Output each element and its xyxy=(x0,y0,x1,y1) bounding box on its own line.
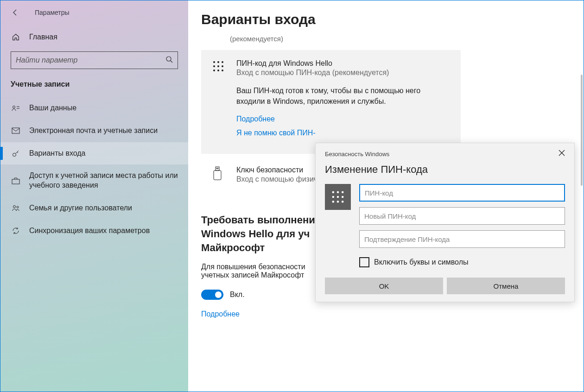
home-icon xyxy=(11,33,21,41)
svg-point-10 xyxy=(213,61,215,63)
svg-point-26 xyxy=(337,191,339,194)
svg-point-14 xyxy=(217,65,219,67)
svg-point-29 xyxy=(337,196,339,198)
svg-rect-19 xyxy=(216,167,219,171)
hello-more-link[interactable]: Подробнее xyxy=(201,310,240,318)
search-box[interactable] xyxy=(11,51,178,69)
keypad-icon xyxy=(211,59,227,75)
svg-point-2 xyxy=(13,106,15,108)
pin-more-link[interactable]: Подробнее xyxy=(236,115,451,123)
sidebar-item-email-accounts[interactable]: Электронная почта и учетные записи xyxy=(0,120,188,142)
svg-point-32 xyxy=(337,201,339,203)
svg-point-18 xyxy=(222,70,223,71)
sidebar-item-label: Доступ к учетной записи места работы или… xyxy=(29,171,178,190)
key-card-title: Ключ безопасности xyxy=(236,166,317,174)
svg-point-12 xyxy=(222,61,223,63)
sync-icon xyxy=(11,227,21,235)
sidebar-section-title: Учетные записи xyxy=(0,76,188,97)
search-input[interactable] xyxy=(16,56,165,64)
pin-card-title: ПИН-код для Windows Hello xyxy=(236,59,451,68)
svg-rect-5 xyxy=(12,128,19,133)
svg-rect-20 xyxy=(214,171,221,180)
pin-card-subtitle: Вход с помощью ПИН-кода (рекомендуется) xyxy=(236,69,451,77)
letters-symbols-label: Включить буквы и символы xyxy=(374,258,469,266)
search-icon xyxy=(165,56,173,65)
person-card-icon xyxy=(11,105,21,111)
svg-point-31 xyxy=(332,201,335,203)
svg-point-11 xyxy=(217,61,219,63)
keypad-icon xyxy=(325,184,351,210)
svg-rect-7 xyxy=(12,179,19,184)
sidebar-item-sync[interactable]: Синхронизация ваших параметров xyxy=(0,220,188,242)
svg-point-28 xyxy=(332,196,335,198)
app-title: Параметры xyxy=(35,9,70,16)
svg-rect-21 xyxy=(216,168,217,169)
svg-point-13 xyxy=(213,65,215,67)
hello-toggle-label: Вкл. xyxy=(230,291,245,299)
sidebar-item-your-info[interactable]: Ваши данные xyxy=(0,97,188,120)
ok-button[interactable]: OK xyxy=(325,278,443,294)
new-pin-input[interactable] xyxy=(359,207,565,225)
svg-rect-22 xyxy=(218,168,219,169)
svg-point-33 xyxy=(342,201,344,203)
current-pin-input[interactable] xyxy=(359,184,565,202)
mail-icon xyxy=(11,127,21,134)
svg-point-6 xyxy=(13,153,16,156)
sidebar-item-label: Синхронизация ваших параметров xyxy=(29,226,150,236)
sidebar-item-label: Семья и другие пользователи xyxy=(29,203,132,213)
svg-point-15 xyxy=(222,65,223,67)
svg-line-1 xyxy=(171,61,172,63)
svg-point-27 xyxy=(342,191,344,194)
sidebar: Параметры Главная Учетные записи Ваши да… xyxy=(0,0,188,392)
letters-symbols-checkbox[interactable] xyxy=(359,257,369,267)
key-card-subtitle: Вход с помощью физич xyxy=(236,175,317,183)
sidebar-item-label: Варианты входа xyxy=(29,149,86,158)
confirm-pin-input[interactable] xyxy=(359,230,565,248)
cancel-button[interactable]: Отмена xyxy=(447,278,565,294)
page-title: Варианты входа xyxy=(201,12,571,27)
sidebar-item-signin-options[interactable]: Варианты входа xyxy=(0,142,188,165)
scrollbar[interactable] xyxy=(581,75,583,186)
sidebar-item-family[interactable]: Семья и другие пользователи xyxy=(0,197,188,220)
pin-forgot-link[interactable]: Я не помню свой ПИН- xyxy=(236,129,451,137)
pin-card-description: Ваш ПИН-код готов к тому, чтобы вы с пом… xyxy=(236,85,451,107)
svg-point-17 xyxy=(217,70,219,71)
sidebar-item-label: Ваши данные xyxy=(29,103,76,113)
sidebar-item-label: Электронная почта и учетные записи xyxy=(29,126,158,136)
dialog-caption: Безопасность Windows xyxy=(325,151,389,158)
dialog-title: Изменение ПИН-кода xyxy=(325,164,565,176)
svg-point-9 xyxy=(17,206,19,208)
svg-point-0 xyxy=(166,57,171,61)
sidebar-home-label: Главная xyxy=(29,33,57,41)
close-icon[interactable] xyxy=(559,150,565,158)
svg-point-16 xyxy=(213,70,215,71)
people-icon xyxy=(11,204,21,212)
recommended-label: (рекомендуется) xyxy=(230,35,571,43)
change-pin-dialog: Безопасность Windows Изменение ПИН-кода … xyxy=(315,143,575,302)
pin-card[interactable]: ПИН-код для Windows Hello Вход с помощью… xyxy=(201,50,461,154)
sidebar-home[interactable]: Главная xyxy=(0,27,188,47)
back-button[interactable] xyxy=(10,7,21,18)
svg-point-30 xyxy=(342,196,344,198)
briefcase-icon xyxy=(11,177,21,184)
usb-key-icon xyxy=(211,166,227,182)
svg-point-25 xyxy=(332,191,335,194)
key-icon xyxy=(11,149,21,158)
hello-toggle[interactable] xyxy=(201,290,223,300)
svg-point-8 xyxy=(13,206,16,208)
sidebar-item-work-access[interactable]: Доступ к учетной записи места работы или… xyxy=(0,164,188,197)
